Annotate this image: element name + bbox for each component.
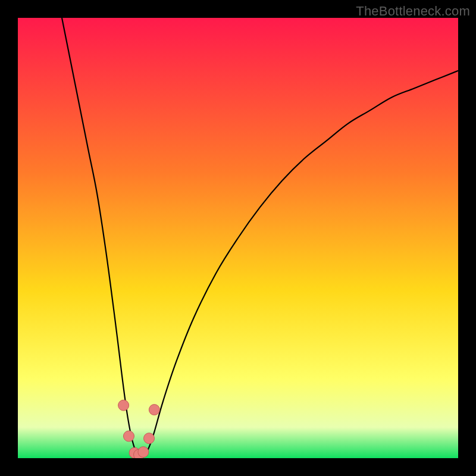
bottleneck-chart xyxy=(18,18,458,458)
curve-marker xyxy=(138,447,149,458)
curve-marker xyxy=(144,433,155,444)
curve-marker xyxy=(149,405,159,415)
curve-marker xyxy=(123,431,134,441)
watermark-text: TheBottleneck.com xyxy=(356,4,470,19)
chart-frame xyxy=(18,18,458,458)
curve-marker xyxy=(118,400,129,411)
